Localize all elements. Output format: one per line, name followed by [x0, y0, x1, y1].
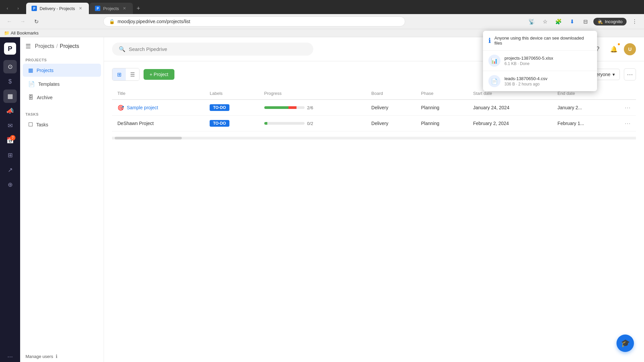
nav-icon-campaigns[interactable]: 📣	[3, 104, 17, 118]
incognito-badge[interactable]: 🕵 Incognito	[593, 18, 627, 25]
row1-progress-bar	[264, 106, 305, 109]
sidebar-archive-label: Archive	[37, 95, 53, 100]
sidebar-item-templates[interactable]: 📄 Templates	[23, 77, 101, 90]
projects-icon: ▦	[28, 67, 33, 73]
download-icon[interactable]: ⬇	[567, 16, 577, 27]
nav-more-button[interactable]: ···	[5, 350, 16, 362]
row1-progress-text: 2/6	[307, 105, 313, 110]
row2-actions-cell: ⋯	[619, 116, 636, 131]
projects-table: Title Labels Progress Board Phase Start …	[112, 87, 636, 131]
nav-icon-insights[interactable]: ↗	[3, 163, 17, 177]
back-button[interactable]: ←	[4, 16, 15, 27]
sidebar-header: ☰ Projects / Projects	[20, 43, 104, 55]
breadcrumb-separator: /	[56, 43, 58, 49]
nav-icon-reports[interactable]: ⊞	[3, 148, 17, 162]
row1-actions-cell: ⋯	[619, 100, 636, 116]
tab-close-2[interactable]: ✕	[121, 5, 127, 11]
refresh-button[interactable]: ↻	[31, 16, 42, 27]
nav-icon-home[interactable]: ⊙	[3, 60, 17, 73]
col-title: Title	[112, 87, 204, 100]
row1-emoji: 🎯	[117, 105, 124, 111]
row1-progress-green	[264, 106, 288, 109]
download-file-info-1: projects-13870650-5.xlsx 6.1 KB · Done	[504, 56, 592, 66]
row2-labels-cell: TO-DO	[204, 116, 259, 131]
sidebar-tasks-label: Tasks	[36, 122, 48, 127]
list-view-btn[interactable]: ☰	[126, 68, 139, 80]
search-bar[interactable]: 🔍	[112, 43, 313, 56]
tab-delivery-projects[interactable]: P Delivery - Projects ✕	[26, 3, 89, 14]
address-bar[interactable]: 🔒 moodjoy.pipedrive.com/projects/list	[103, 16, 405, 26]
section-label-projects: PROJECTS	[20, 55, 104, 63]
notification-bell-btn[interactable]: 🔔	[608, 43, 620, 55]
manage-users-info-icon[interactable]: ℹ	[56, 354, 57, 359]
sidebar-item-archive[interactable]: 🗄 Archive	[23, 91, 101, 104]
templates-icon: 📄	[28, 81, 35, 87]
row1-end-date: January 2...	[552, 100, 619, 116]
forward-button[interactable]: →	[17, 16, 28, 27]
download-item-1[interactable]: 📊 projects-13870650-5.xlsx 6.1 KB · Done	[483, 50, 597, 71]
url-text: moodjoy.pipedrive.com/projects/list	[117, 19, 190, 24]
row1-start-date: January 24, 2024	[468, 100, 552, 116]
nav-icon-inbox[interactable]: ✉	[3, 119, 17, 132]
icon-nav-bottom: ···	[5, 350, 16, 362]
breadcrumb-parent-link[interactable]: Projects	[35, 43, 54, 49]
bookmarks-folder[interactable]: 📁 All Bookmarks	[4, 31, 39, 36]
tab-close-1[interactable]: ✕	[77, 5, 84, 11]
sidebar-item-projects[interactable]: ▦ Projects	[23, 64, 101, 77]
extensions-icon[interactable]: 🧩	[553, 16, 564, 27]
lock-icon: 🔒	[109, 19, 115, 24]
bookmark-star-icon[interactable]: ☆	[540, 16, 550, 27]
row2-progress-text: 0/2	[307, 121, 313, 126]
download-filename-1: projects-13870650-5.xlsx	[504, 56, 592, 61]
sample-project-link[interactable]: 🎯 Sample project	[117, 105, 199, 111]
row2-progress-bar	[264, 122, 305, 125]
manage-users-link[interactable]: Manage users	[25, 354, 53, 359]
download-filemeta-2: 336 B · 2 hours ago	[504, 82, 592, 86]
user-avatar[interactable]: U	[624, 43, 636, 55]
xlsx-icon: 📊	[488, 55, 500, 67]
row2-end-date: February 1...	[552, 116, 619, 131]
row1-more-icon[interactable]: ⋯	[625, 104, 631, 111]
incognito-label: Incognito	[605, 19, 623, 24]
horizontal-scrollbar[interactable]	[112, 137, 636, 139]
browser-menu-icon[interactable]: ⋮	[629, 16, 640, 27]
split-view-icon[interactable]: ⊟	[580, 16, 591, 27]
row1-phase: Planning	[416, 100, 468, 116]
nav-icon-integrations[interactable]: ⊕	[3, 178, 17, 191]
nav-icon-calendar[interactable]: 📅 7	[3, 134, 17, 147]
add-project-button[interactable]: + Project	[144, 69, 174, 80]
tab-projects[interactable]: P Projects ✕	[90, 3, 133, 14]
search-input[interactable]	[129, 46, 307, 52]
app-logo[interactable]: P	[4, 43, 16, 55]
tasks-icon: ☐	[28, 121, 33, 128]
tab-title-1: Delivery - Projects	[40, 6, 75, 11]
row2-label-badge[interactable]: TO-DO	[210, 120, 229, 127]
tab-back-btn[interactable]: ‹	[3, 4, 12, 13]
row1-board: Delivery	[366, 100, 416, 116]
sidebar-toggle-icon[interactable]: ☰	[25, 43, 31, 50]
help-fab-button[interactable]: 🎓	[616, 335, 634, 352]
new-tab-button[interactable]: +	[133, 4, 143, 13]
row1-label-badge[interactable]: TO-DO	[210, 104, 229, 111]
sidebar-item-tasks[interactable]: ☐ Tasks	[23, 118, 101, 131]
more-options-btn[interactable]: ⋯	[624, 68, 636, 80]
nav-icon-projects[interactable]: ▦	[3, 89, 17, 103]
download-popup-header: ℹ Anyone using this device can see downl…	[483, 31, 597, 50]
tab-favicon-1: P	[32, 6, 37, 11]
sidebar-projects-label: Projects	[37, 68, 54, 73]
info-icon: ℹ	[488, 37, 491, 45]
col-board: Board	[366, 87, 416, 100]
row2-start-date: February 2, 2024	[468, 116, 552, 131]
section-label-tasks: TASKS	[20, 110, 104, 118]
row2-progress: 0/2	[264, 121, 361, 126]
icon-nav: P ⊙ $ ▦ 📣 ✉ 📅 7 ⊞ ↗ ⊕ ···	[0, 37, 20, 362]
view-toggle: ⊞ ☰	[112, 68, 140, 81]
nav-icon-deals[interactable]: $	[3, 75, 17, 88]
download-item-2[interactable]: 📄 leads-13870650-4.csv 336 B · 2 hours a…	[483, 71, 597, 91]
tab-forward-btn[interactable]: ›	[13, 4, 23, 13]
row2-board: Delivery	[366, 116, 416, 131]
board-view-btn[interactable]: ⊞	[112, 68, 126, 80]
download-filename-2: leads-13870650-4.csv	[504, 76, 592, 81]
cast-icon[interactable]: 📡	[526, 16, 537, 27]
row2-more-icon[interactable]: ⋯	[625, 120, 631, 127]
